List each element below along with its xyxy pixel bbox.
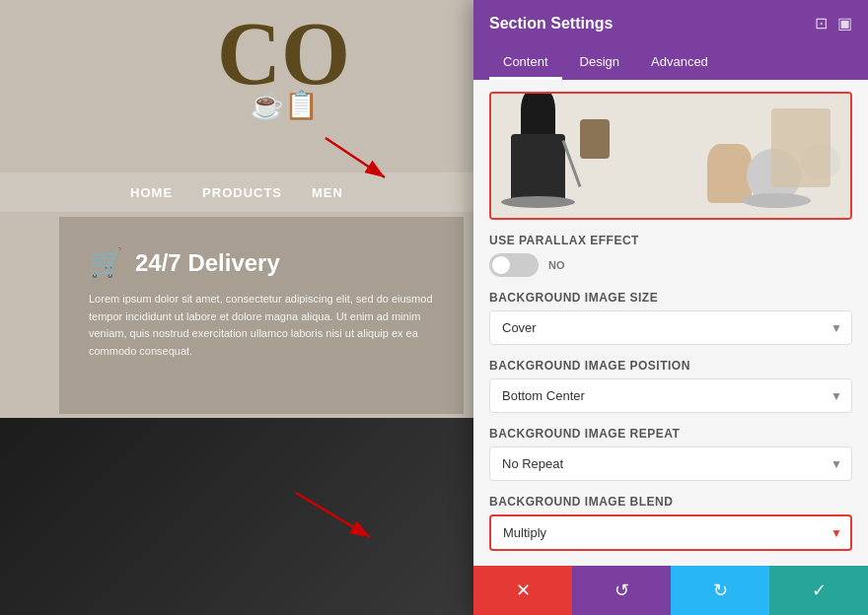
bg-position-select[interactable]: Bottom Center Top Left Top Center Top Ri… [489, 378, 852, 413]
tab-content[interactable]: Content [489, 46, 562, 80]
nav-home: HOME [130, 185, 173, 200]
french-press-top [521, 92, 555, 134]
panel-icon-grid[interactable]: ▣ [837, 14, 852, 33]
confirm-button[interactable]: ✓ [769, 566, 868, 615]
cart-icon: 🛒 [89, 246, 123, 279]
coffee-jar [580, 119, 610, 159]
settings-panel: Section Settings ⊡ ▣ Content Design Adva… [473, 0, 868, 615]
bg-size-group: Background Image Size Cover Contain Auto… [489, 291, 852, 345]
redo-button[interactable]: ↻ [671, 566, 769, 615]
nav-bar: HOME PRODUCTS MEN [0, 172, 473, 212]
panel-header-icons: ⊡ ▣ [815, 14, 852, 33]
bg-repeat-select-wrapper: No Repeat Repeat Repeat X Repeat Y ▼ [489, 446, 852, 481]
panel-body: Use Parallax Effect NO Background Image … [473, 80, 868, 566]
parallax-label: Use Parallax Effect [489, 234, 852, 247]
panel-icon-resize[interactable]: ⊡ [815, 14, 828, 33]
nav-products: PRODUCTS [202, 185, 282, 200]
tab-advanced[interactable]: Advanced [637, 46, 722, 80]
parallax-toggle[interactable] [489, 253, 539, 277]
cancel-button[interactable]: ✕ [473, 566, 572, 615]
parallax-toggle-row: NO [489, 253, 852, 277]
bg-blend-group: Background Image Blend Multiply Normal S… [489, 495, 852, 551]
bottom-overlay [0, 418, 473, 615]
plate1 [501, 196, 575, 208]
panel-header: Section Settings ⊡ ▣ [473, 0, 868, 46]
bg-blend-select-wrapper: Multiply Normal Screen Overlay Darken Li… [489, 514, 852, 551]
panel-tabs: Content Design Advanced [473, 46, 868, 80]
tab-design[interactable]: Design [566, 46, 633, 80]
svg-line-1 [326, 138, 385, 177]
bg-repeat-group: Background Image Repeat No Repeat Repeat… [489, 427, 852, 481]
bg-size-select-wrapper: Cover Contain Auto Custom ▼ [489, 310, 852, 345]
panel-footer: ✕ ↺ ↻ ✓ [473, 566, 868, 615]
bottom-background [0, 418, 473, 615]
milk-jug [707, 144, 752, 203]
delivery-text: Lorem ipsum dolor sit amet, consectetur … [89, 291, 434, 360]
delivery-title: 🛒 24/7 Delivery [89, 246, 434, 279]
panel-title: Section Settings [489, 15, 613, 33]
bg-position-label: Background Image Position [489, 359, 852, 373]
parallax-toggle-label: NO [548, 259, 565, 271]
logo-area: CO ☕📋 [217, 10, 350, 121]
bg-blend-select[interactable]: Multiply Normal Screen Overlay Darken Li… [489, 514, 852, 551]
arrow-bottom [286, 483, 385, 552]
parallax-group: Use Parallax Effect NO [489, 234, 852, 277]
french-press [511, 134, 565, 203]
bg-image-preview[interactable] [489, 92, 852, 220]
delivery-section: 🛒 24/7 Delivery Lorem ipsum dolor sit am… [59, 217, 464, 414]
arrow-top [316, 128, 395, 187]
bag [771, 108, 831, 187]
bg-repeat-label: Background Image Repeat [489, 427, 852, 441]
toggle-knob [492, 256, 510, 274]
bg-position-group: Background Image Position Bottom Center … [489, 359, 852, 413]
undo-button[interactable]: ↺ [572, 566, 671, 615]
bg-size-label: Background Image Size [489, 291, 852, 305]
bg-size-select[interactable]: Cover Contain Auto Custom [489, 310, 852, 345]
logo-text: CO [217, 10, 350, 99]
bg-position-select-wrapper: Bottom Center Top Left Top Center Top Ri… [489, 378, 852, 413]
svg-line-3 [296, 493, 370, 537]
coffee-scene-image [491, 94, 850, 218]
bg-repeat-select[interactable]: No Repeat Repeat Repeat X Repeat Y [489, 446, 852, 481]
bg-blend-label: Background Image Blend [489, 495, 852, 509]
plate2 [742, 193, 811, 208]
